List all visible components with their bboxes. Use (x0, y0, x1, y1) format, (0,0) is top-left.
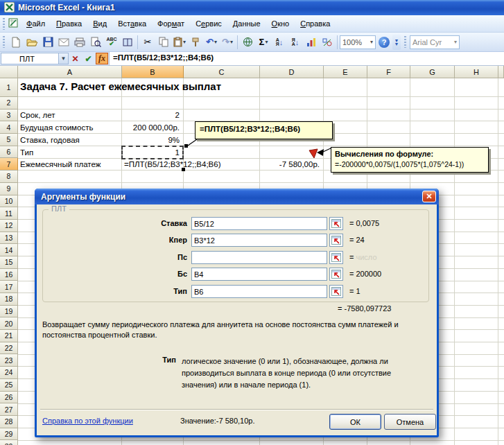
row-header-23[interactable]: 23 (0, 354, 18, 367)
cell-d7[interactable]: -7 580,00р. (261, 158, 322, 171)
cell-b7-formula[interactable]: =ПЛТ(B5/12;B3*12;;B4;B6) (124, 158, 221, 171)
row-header-10[interactable]: 10 (0, 195, 18, 208)
spelling-button[interactable]: ABC✔ (104, 35, 119, 50)
row-header-13[interactable]: 13 (0, 232, 18, 245)
row-header-28[interactable]: 28 (0, 416, 18, 428)
column-header-f[interactable]: F (367, 66, 410, 78)
argument-input-fv[interactable] (191, 268, 327, 281)
row-header-27[interactable]: 27 (0, 403, 18, 416)
edit-cell-fill-handle[interactable] (182, 168, 185, 171)
cell-a4[interactable]: Будущая стоимость (20, 121, 120, 134)
research-button[interactable] (120, 35, 135, 50)
row-header-14[interactable]: 14 (0, 244, 18, 256)
dropdown-arrow-icon[interactable]: ▾ (214, 39, 217, 45)
row-header-11[interactable]: 11 (0, 207, 18, 220)
undo-button[interactable]: ↶▾ (204, 35, 219, 50)
enter-entry-button[interactable]: ✔ (82, 52, 95, 65)
menu-данные[interactable]: Данные (227, 17, 266, 31)
row-header-25[interactable]: 25 (0, 379, 18, 392)
argument-input-rate[interactable] (191, 217, 327, 230)
toolbar-grip[interactable] (3, 36, 5, 48)
font-combo-arrow-icon[interactable]: ▾ (454, 39, 457, 45)
row-header-19[interactable]: 19 (0, 306, 18, 318)
format-painter-button[interactable] (188, 35, 203, 50)
function-help-link[interactable]: Справка по этой функции (42, 417, 133, 425)
row-header-6[interactable]: 6 (0, 146, 18, 159)
formula-input[interactable]: =ПЛТ(B5/12;B3*12;;B4;B6) (109, 52, 504, 65)
name-box-dropdown-icon[interactable]: ▼ (58, 53, 68, 64)
row-header-29[interactable]: 29 (0, 428, 18, 441)
row-header-18[interactable]: 18 (0, 293, 18, 306)
row-header-16[interactable]: 16 (0, 269, 18, 281)
new-button[interactable] (8, 35, 24, 50)
formatting-toolbar-grip[interactable] (404, 36, 406, 48)
column-header-e[interactable]: E (324, 66, 367, 78)
copy-button[interactable] (156, 35, 171, 50)
row-header-1[interactable]: 1 (0, 78, 18, 97)
cell-a3[interactable]: Срок, лет (20, 109, 120, 121)
column-header-c[interactable]: C (184, 66, 260, 78)
column-header-h[interactable]: H (455, 66, 498, 78)
cell-a6[interactable]: Тип (20, 146, 120, 159)
menu-правка[interactable]: Правка (51, 17, 87, 31)
hyperlink-button[interactable] (240, 35, 255, 50)
row-header-9[interactable]: 9 (0, 183, 18, 195)
menubar-grip[interactable] (3, 18, 5, 30)
dropdown-arrow-icon[interactable]: ▾ (265, 39, 268, 45)
sort-desc-button[interactable]: ЯА↓ (288, 35, 303, 50)
print-button[interactable] (72, 35, 87, 50)
selection-fill-handle[interactable] (184, 144, 188, 148)
row-header-3[interactable]: 3 (0, 110, 18, 122)
menu-формат[interactable]: Формат (152, 17, 190, 31)
collapse-dialog-button[interactable] (329, 217, 343, 230)
ok-button[interactable]: ОК (329, 414, 381, 430)
row-header-17[interactable]: 17 (0, 281, 18, 293)
paste-button[interactable]: ▾ (172, 35, 187, 50)
insert-function-button[interactable]: fx (96, 53, 108, 64)
row-header-22[interactable]: 22 (0, 342, 18, 355)
row-header-7[interactable]: 7 (0, 158, 18, 171)
drawing-button[interactable] (320, 35, 335, 50)
menu-справка[interactable]: Справка (295, 17, 336, 31)
row-header-21[interactable]: 21 (0, 330, 18, 342)
row-header-24[interactable]: 24 (0, 367, 18, 379)
dialog-titlebar[interactable]: Аргументы функции (35, 189, 439, 204)
menu-вид[interactable]: Вид (87, 17, 112, 31)
column-header-a[interactable]: A (18, 66, 122, 78)
row-header-20[interactable]: 20 (0, 317, 18, 330)
argument-input-nper[interactable] (191, 234, 327, 247)
row-header-15[interactable]: 15 (0, 256, 18, 269)
column-header-g[interactable]: G (410, 66, 455, 78)
row-header-2[interactable]: 2 (0, 97, 18, 110)
collapse-dialog-button[interactable] (329, 268, 343, 281)
row-header-5[interactable]: 5 (0, 134, 18, 146)
select-all-corner[interactable] (0, 66, 18, 78)
cell-b4[interactable]: 200 000,00р. (122, 121, 182, 134)
dropdown-arrow-icon[interactable]: ▾ (230, 39, 233, 45)
mail-button[interactable] (56, 35, 71, 50)
zoom-dropdown-icon[interactable]: ▾ (370, 39, 373, 45)
menu-файл[interactable]: Файл (21, 17, 51, 31)
toolbar-options-button[interactable]: ▼▼ (392, 35, 401, 50)
redo-button[interactable]: ↷▾ (220, 35, 235, 50)
open-button[interactable] (24, 35, 40, 50)
cell-b3[interactable]: 2 (122, 109, 182, 121)
column-header-d[interactable]: D (260, 66, 324, 78)
collapse-dialog-button[interactable] (329, 285, 343, 298)
column-header-b[interactable]: B (122, 66, 184, 78)
row-header-4[interactable]: 4 (0, 121, 18, 134)
argument-input-pv[interactable] (191, 251, 327, 264)
zoom-combo[interactable]: 100%▾ (340, 35, 376, 49)
print-preview-button[interactable] (88, 35, 103, 50)
row-header-8[interactable]: 8 (0, 171, 18, 183)
row-header-26[interactable]: 26 (0, 392, 18, 404)
name-box[interactable]: ПЛТ ▼ (1, 53, 69, 64)
menu-сервис[interactable]: Сервис (190, 17, 227, 31)
menu-окно[interactable]: Окно (266, 17, 295, 31)
dropdown-arrow-icon[interactable]: ▾ (183, 39, 186, 45)
save-button[interactable] (40, 35, 55, 50)
cell-b5[interactable]: 9% (122, 134, 182, 146)
cell-a7[interactable]: Ежемесячный платеж (20, 158, 120, 171)
font-name-combo[interactable]: Arial Cyr ▾ (410, 35, 460, 49)
dialog-close-button[interactable]: ✕ (422, 191, 436, 202)
